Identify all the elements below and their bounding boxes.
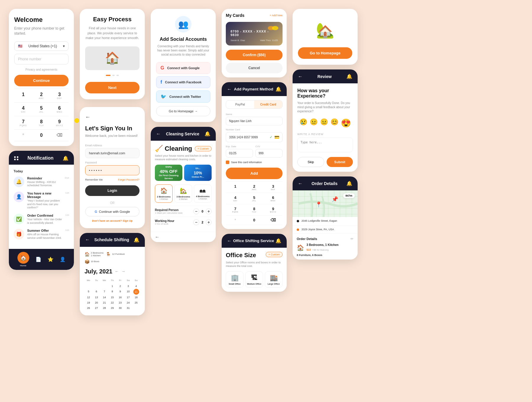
connect-facebook-button[interactable]: f Connect with Facebook <box>156 76 210 88</box>
pay-key-1[interactable]: 1 <box>226 182 245 193</box>
numpad-key-1[interactable]: 1 <box>14 89 32 103</box>
tab-credit-card[interactable]: Credit Card <box>254 100 282 108</box>
room-card-2bed[interactable]: 🏠 2 Bedrooms 1 Kitchen <box>155 184 173 203</box>
numpad-key-9[interactable]: 9WXYZ <box>51 116 69 130</box>
password-group: Password <box>85 161 140 175</box>
hour-decrement-button[interactable]: − <box>193 219 199 225</box>
review-textarea[interactable] <box>297 137 353 152</box>
back-arrow-icon[interactable]: ← <box>298 74 303 79</box>
next-button[interactable]: Next <box>85 82 140 93</box>
nav-orders[interactable]: 📄 <box>35 257 41 262</box>
prev-month-icon[interactable]: ← <box>115 269 119 274</box>
pay-key-backspace[interactable]: ⌫ <box>264 215 283 225</box>
go-homepage-button[interactable]: Go to Homepage → <box>156 106 210 116</box>
emoji-crying[interactable]: 😢 <box>299 118 307 128</box>
back-arrow-icon[interactable]: ← <box>85 114 140 120</box>
pay-key-8[interactable]: 8TUV <box>245 204 264 215</box>
cal-day[interactable]: 4 <box>132 283 140 289</box>
room-card-4bed[interactable]: 🏘 4 Bedrooms 1 Kitchen <box>194 184 212 203</box>
pay-key-0[interactable]: 0 <box>245 215 264 225</box>
pay-key-6[interactable]: 6MNO <box>264 193 283 204</box>
pay-key-2[interactable]: 2ABC <box>245 182 264 193</box>
numpad-key-7[interactable]: 7PQRS <box>14 116 32 130</box>
country-select[interactable]: 🇺🇸 United States (+1) ▾ <box>14 41 69 51</box>
add-new-card-button[interactable]: + Add New <box>270 14 283 17</box>
confirm-payment-button[interactable]: Confirm ($56) <box>226 50 283 60</box>
numpad-key-8[interactable]: 8TUV <box>32 116 50 130</box>
pay-key-star[interactable]: * <box>226 215 245 225</box>
numpad-key-3[interactable]: 3DEF <box>51 89 69 103</box>
save-card-checkbox[interactable] <box>226 161 229 164</box>
nav-profile[interactable]: 👤 <box>60 257 66 262</box>
emoji-neutral-1[interactable]: 😐 <box>310 118 318 128</box>
back-arrow-icon[interactable]: ← <box>298 181 303 186</box>
cvv-input[interactable] <box>255 149 283 158</box>
tab-paypal[interactable]: PayPal <box>226 100 254 108</box>
cancel-payment-button[interactable]: Cancel <box>226 63 283 73</box>
screen-social-accounts: 👥 Add Social Accounts Connecting with yo… <box>151 9 216 122</box>
bell-icon: 🔔 <box>205 131 210 137</box>
cal-today[interactable]: 11 <box>133 289 139 295</box>
back-arrow-icon[interactable]: ← <box>156 131 161 137</box>
card-number-input[interactable] <box>229 136 268 139</box>
go-homepage-button[interactable]: Go to Homepage <box>298 47 352 59</box>
google-signin-button[interactable]: G Continue with Google <box>85 207 140 216</box>
bottom-back-arrow[interactable]: ← <box>155 234 160 239</box>
numpad-key-6[interactable]: 6MNO <box>51 103 69 116</box>
skip-review-button[interactable]: Skip <box>297 157 324 167</box>
name-input[interactable] <box>226 117 283 125</box>
room-card-3bed[interactable]: 🏡 3 Bedrooms 1 Kitchen <box>174 184 192 203</box>
connect-google-button[interactable]: G Connect with Google <box>156 62 210 74</box>
cal-day[interactable]: 2 <box>116 283 124 289</box>
email-group: Email Address <box>85 144 140 158</box>
required-person-sub: 1 Maid per calculated date <box>155 212 183 214</box>
cal-day[interactable]: 3 <box>124 283 132 289</box>
office-custom-badge[interactable]: + Custom <box>266 252 283 257</box>
login-button[interactable]: Login <box>85 185 140 196</box>
nav-favorites[interactable]: ⭐ <box>48 257 53 262</box>
emoji-love[interactable]: 😍 <box>341 118 351 128</box>
phone-input[interactable]: Phone number <box>14 54 69 64</box>
office-small[interactable]: 🏢 Small Office <box>226 271 244 288</box>
numpad-key-backspace[interactable]: ⌫ <box>51 130 69 141</box>
office-medium[interactable]: 🏗 Medium Office <box>245 271 263 288</box>
email-input[interactable] <box>85 148 140 158</box>
password-input[interactable] <box>85 165 140 175</box>
country-label: United States (+1) <box>28 44 57 48</box>
continue-button[interactable]: Continue <box>14 75 69 86</box>
add-card-button[interactable]: Add <box>226 168 283 179</box>
edit-icon[interactable]: ✏ <box>351 237 353 241</box>
pay-key-4[interactable]: 4GHI <box>226 193 245 204</box>
back-arrow-icon[interactable]: ← <box>85 237 90 242</box>
numpad-key-star[interactable]: * <box>14 130 32 141</box>
cleaning-desc: Select your house rooms and kitchen in o… <box>155 154 212 161</box>
payment-header: ← Add Payment Method 🔔 <box>222 82 287 96</box>
numpad-key-2[interactable]: 2ABC <box>32 89 50 103</box>
person-decrement-button[interactable]: − <box>193 208 199 214</box>
numpad-key-5[interactable]: 5JKL <box>32 103 50 116</box>
connect-twitter-button[interactable]: 🐦 Connect with Twitter <box>156 90 210 103</box>
back-arrow-icon[interactable]: ← <box>227 87 232 92</box>
custom-badge[interactable]: + Custom <box>195 146 212 151</box>
pay-key-3[interactable]: 3DEF <box>264 182 283 193</box>
numpad-key-0[interactable]: 0 <box>32 130 50 141</box>
exp-input[interactable] <box>226 149 253 158</box>
pay-key-5[interactable]: 5JKL <box>245 193 264 204</box>
numpad-key-4[interactable]: 4GHI <box>14 103 32 116</box>
emoji-neutral-2[interactable]: 😐 <box>320 118 328 128</box>
pay-key-9[interactable]: 9WXYZ <box>264 204 283 215</box>
cleaning-body: 🧹 Cleaning + Custom Select your house ro… <box>151 141 216 232</box>
cal-day[interactable]: 1 <box>108 283 116 289</box>
person-increment-button[interactable]: + <box>206 208 212 214</box>
forgot-password-link[interactable]: Forgot Password? <box>118 178 140 181</box>
signup-link-text[interactable]: Sign Up <box>123 219 133 222</box>
back-arrow-icon[interactable]: ← <box>227 238 232 244</box>
nav-home[interactable]: 🏠 Home <box>17 252 29 267</box>
hour-increment-button[interactable]: + <box>206 219 212 225</box>
next-month-icon[interactable]: → <box>121 269 125 274</box>
exp-label: Exp. Date <box>226 145 253 148</box>
submit-review-button[interactable]: Submit <box>327 157 353 167</box>
pay-key-7[interactable]: 7PQRS <box>226 204 245 215</box>
emoji-happy[interactable]: 😊 <box>330 118 338 128</box>
office-large[interactable]: 🏬 Large Office <box>265 271 283 288</box>
